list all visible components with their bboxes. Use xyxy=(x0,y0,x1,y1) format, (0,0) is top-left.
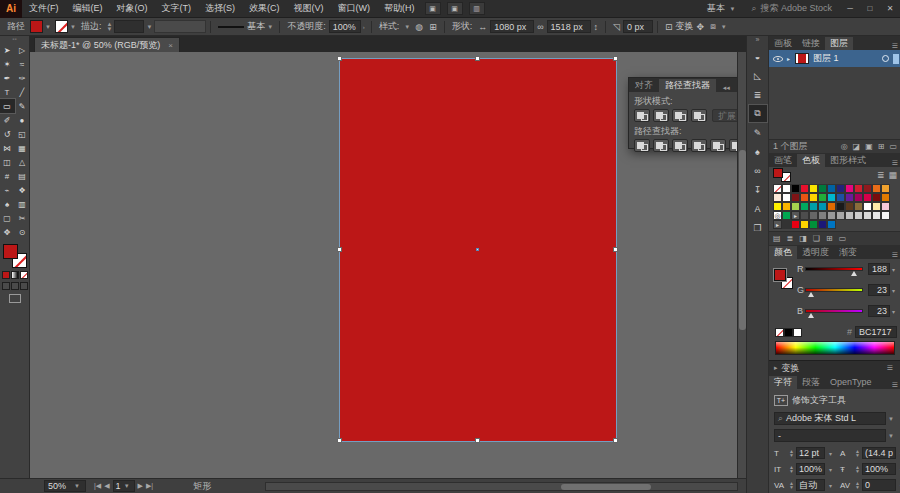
selection-handle[interactable] xyxy=(613,56,618,61)
font-style-field[interactable]: - xyxy=(774,429,886,442)
swatch-kinds-icon[interactable]: ≣ xyxy=(787,234,794,243)
blend-tool[interactable]: ❖ xyxy=(15,183,30,197)
column-graph-tool[interactable]: ▥ xyxy=(15,197,30,211)
font-size-field-value[interactable]: 12 pt xyxy=(796,447,825,459)
swatch[interactable] xyxy=(872,202,881,211)
swatch[interactable] xyxy=(800,193,809,202)
color-panel-menu-icon[interactable]: ☰ xyxy=(889,251,900,259)
fill-proxy[interactable] xyxy=(3,244,18,259)
color-tab-1[interactable]: 透明度 xyxy=(797,246,834,259)
swatch[interactable] xyxy=(872,184,881,193)
arrange-documents-button[interactable]: ▥ xyxy=(469,2,485,15)
kerning-field[interactable]: VA▲▼自动▾ xyxy=(774,479,832,491)
delete-layer-icon[interactable]: ▭ xyxy=(889,142,897,151)
slider-track[interactable] xyxy=(805,267,863,271)
stroke-panel-icon[interactable]: ≣ xyxy=(749,86,767,103)
transform-panel-header[interactable]: ▸ 变换 ☰ xyxy=(769,360,900,375)
new-sublayer-icon[interactable]: ▣ xyxy=(865,142,873,151)
workspace-switcher[interactable]: 基本 ▼ xyxy=(701,2,743,15)
shape-mode-minus-front-button[interactable] xyxy=(653,109,669,122)
menu-item-1[interactable]: 编辑(E) xyxy=(66,0,110,17)
slice-tool[interactable]: ✂ xyxy=(15,211,30,225)
swatch[interactable] xyxy=(845,184,854,193)
vertical-scrollbar[interactable] xyxy=(737,52,746,478)
slider-dropdown-icon[interactable]: ▾ xyxy=(892,287,895,294)
scale-tool[interactable]: ◱ xyxy=(15,127,30,141)
color-guide-icon[interactable]: ◺ xyxy=(749,67,767,84)
swatch[interactable] xyxy=(782,220,791,229)
dropdown-icon[interactable]: ▾ xyxy=(829,482,832,489)
artboard-tool[interactable]: ▢ xyxy=(0,211,15,225)
stroke-weight-stepper[interactable]: ▲▼ xyxy=(106,22,112,32)
line-segment-tool[interactable]: ╱ xyxy=(15,85,30,99)
brush-definition[interactable]: 基本 xyxy=(247,20,265,33)
glyphs-panel-icon[interactable]: A xyxy=(749,200,767,217)
swatch[interactable] xyxy=(854,211,863,220)
panel-grip[interactable]: ▪▪ xyxy=(0,36,29,43)
tracking-field-value[interactable]: 0 xyxy=(862,479,896,491)
visibility-eye-icon[interactable] xyxy=(773,56,783,62)
swatch[interactable] xyxy=(809,202,818,211)
slider-track[interactable] xyxy=(805,288,863,292)
swatch[interactable] xyxy=(809,193,818,202)
swatch[interactable] xyxy=(854,202,863,211)
tracking-field[interactable]: AV▲▼0▾ xyxy=(840,479,900,491)
draw-inside-button[interactable] xyxy=(20,282,28,290)
align-objects-icon[interactable]: ✥ xyxy=(697,22,705,32)
dropdown-icon[interactable]: ▾ xyxy=(829,466,832,473)
expand-panels-icon[interactable]: » xyxy=(747,36,768,46)
vertical-scrollbar-thumb[interactable] xyxy=(739,150,746,330)
pencil-tool[interactable]: ✐ xyxy=(0,113,15,127)
gradient-button[interactable] xyxy=(11,271,19,279)
swatch[interactable] xyxy=(773,202,782,211)
isolate-icon[interactable]: ⧈ xyxy=(710,21,716,32)
menu-item-0[interactable]: 文件(F) xyxy=(22,0,66,17)
width-tool[interactable]: ⋈ xyxy=(0,141,15,155)
swatch[interactable] xyxy=(845,193,854,202)
swatch[interactable] xyxy=(827,202,836,211)
zoom-level-dropdown[interactable]: 50%▼ xyxy=(44,480,86,492)
slider-value-field[interactable]: 188 xyxy=(868,263,890,275)
pen-tool[interactable]: ✒ xyxy=(0,71,15,85)
leading-field[interactable]: A▲▼(14.4 p▾ xyxy=(840,447,900,459)
color-tab-0[interactable]: 颜色 xyxy=(769,246,797,259)
swatch[interactable] xyxy=(854,193,863,202)
dropdown-icon[interactable]: ▾ xyxy=(829,450,832,457)
horizontal-scale-field-value[interactable]: 100% xyxy=(862,463,896,475)
blob-brush-tool[interactable]: ● xyxy=(15,113,30,127)
mini-fill-stroke[interactable] xyxy=(773,168,791,182)
grid-view-icon[interactable]: ▦ xyxy=(888,170,897,180)
new-layer-icon[interactable]: ⊞ xyxy=(878,142,885,151)
slider-dropdown-icon[interactable]: ▾ xyxy=(892,308,895,315)
last-artboard-icon[interactable]: ▶| xyxy=(146,482,153,490)
swatch[interactable] xyxy=(872,193,881,202)
hex-field[interactable]: BC1717 xyxy=(855,326,897,338)
slider-dropdown-icon[interactable]: ▾ xyxy=(892,266,895,273)
draw-behind-button[interactable] xyxy=(11,282,19,290)
none-chip[interactable] xyxy=(775,328,784,337)
menu-item-3[interactable]: 文字(T) xyxy=(155,0,199,17)
menu-item-4[interactable]: 选择(S) xyxy=(198,0,242,17)
swatches-tab-1[interactable]: 色板 xyxy=(797,154,825,167)
swatch[interactable] xyxy=(827,211,836,220)
symbols-panel-icon[interactable]: ♠ xyxy=(749,143,767,160)
stock-button[interactable]: ▣ xyxy=(447,2,463,15)
make-mask-icon[interactable]: ◪ xyxy=(853,142,861,151)
selection-center-point[interactable] xyxy=(476,248,479,251)
horizontal-scale-field[interactable]: Ŧ▲▼100%▾ xyxy=(840,463,900,475)
prev-artboard-icon[interactable]: ◀ xyxy=(104,482,109,490)
bridge-button[interactable]: ▣ xyxy=(425,2,441,15)
shape-builder-tool[interactable]: ◫ xyxy=(0,155,15,169)
document-tab[interactable]: 未标题-1* @ 50% (RGB/预览) × xyxy=(34,37,180,52)
swatch[interactable] xyxy=(800,220,809,229)
selection-handle[interactable] xyxy=(475,56,480,61)
swatch[interactable] xyxy=(836,184,845,193)
rectangle-tool[interactable]: ▭ xyxy=(0,99,15,113)
swatch[interactable] xyxy=(827,220,836,229)
shape-mode-unite-button[interactable] xyxy=(634,109,650,122)
first-artboard-icon[interactable]: |◀ xyxy=(94,482,101,490)
swatch[interactable] xyxy=(845,211,854,220)
character-panel-menu-icon[interactable]: ☰ xyxy=(889,381,900,389)
color-button[interactable] xyxy=(2,271,10,279)
color-fill-stroke-proxy[interactable] xyxy=(774,269,793,289)
